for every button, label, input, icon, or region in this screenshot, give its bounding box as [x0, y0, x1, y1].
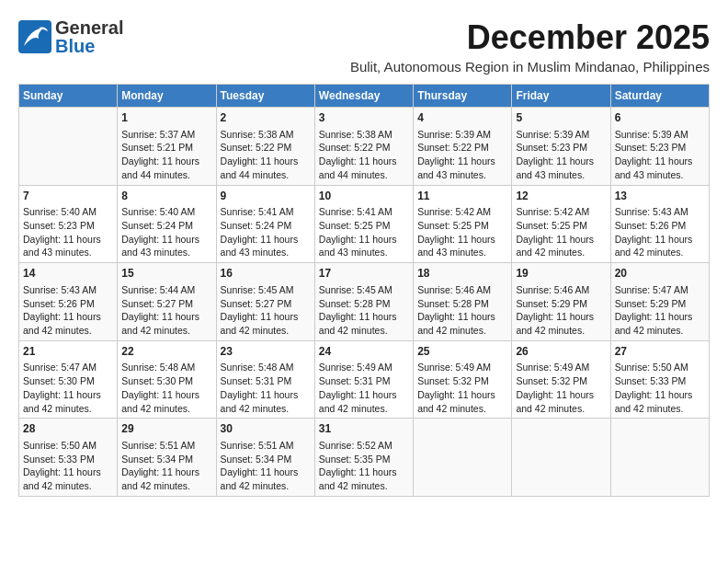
day-info: Sunrise: 5:38 AM Sunset: 5:22 PM Dayligh… [221, 128, 311, 182]
day-cell-3-7: 20Sunrise: 5:47 AM Sunset: 5:29 PM Dayli… [610, 263, 709, 341]
day-number: 26 [516, 344, 606, 360]
day-number: 4 [417, 110, 507, 126]
day-info: Sunrise: 5:46 AM Sunset: 5:29 PM Dayligh… [516, 283, 606, 338]
day-info: Sunrise: 5:49 AM Sunset: 5:32 PM Dayligh… [516, 361, 606, 415]
day-number: 1 [121, 110, 211, 126]
day-cell-3-5: 18Sunrise: 5:46 AM Sunset: 5:28 PM Dayli… [414, 263, 512, 341]
calendar-body: 1Sunrise: 5:37 AM Sunset: 5:21 PM Daylig… [19, 108, 710, 497]
calendar-table: Sunday Monday Tuesday Wednesday Thursday… [18, 84, 710, 497]
logo-blue: Blue [55, 37, 123, 55]
col-sunday: Sunday [19, 85, 118, 108]
day-info: Sunrise: 5:51 AM Sunset: 5:34 PM Dayligh… [121, 439, 211, 493]
day-number: 16 [221, 266, 311, 282]
day-info: Sunrise: 5:49 AM Sunset: 5:31 PM Dayligh… [319, 361, 409, 415]
col-tuesday: Tuesday [216, 85, 314, 108]
day-info: Sunrise: 5:40 AM Sunset: 5:23 PM Dayligh… [23, 205, 113, 259]
day-info: Sunrise: 5:42 AM Sunset: 5:25 PM Dayligh… [417, 205, 507, 259]
day-number: 22 [121, 344, 211, 360]
day-cell-2-5: 11Sunrise: 5:42 AM Sunset: 5:25 PM Dayli… [414, 185, 512, 263]
day-number: 30 [221, 421, 311, 437]
col-monday: Monday [118, 85, 216, 108]
day-cell-1-5: 4Sunrise: 5:39 AM Sunset: 5:22 PM Daylig… [414, 108, 512, 186]
day-cell-5-7 [610, 419, 709, 497]
day-info: Sunrise: 5:37 AM Sunset: 5:21 PM Dayligh… [121, 128, 211, 182]
day-cell-1-2: 1Sunrise: 5:37 AM Sunset: 5:21 PM Daylig… [118, 108, 216, 186]
week-row-1: 1Sunrise: 5:37 AM Sunset: 5:21 PM Daylig… [19, 108, 710, 186]
day-cell-2-6: 12Sunrise: 5:42 AM Sunset: 5:25 PM Dayli… [512, 185, 610, 263]
location-subtitle: Bulit, Autonomous Region in Muslim Minda… [350, 59, 710, 75]
day-cell-1-1 [19, 108, 118, 186]
day-number: 8 [121, 189, 211, 204]
day-cell-5-5 [414, 419, 512, 497]
day-cell-2-7: 13Sunrise: 5:43 AM Sunset: 5:26 PM Dayli… [610, 185, 709, 263]
day-number: 9 [221, 189, 311, 204]
week-row-3: 14Sunrise: 5:43 AM Sunset: 5:26 PM Dayli… [19, 263, 710, 341]
day-info: Sunrise: 5:38 AM Sunset: 5:22 PM Dayligh… [319, 128, 409, 182]
col-wednesday: Wednesday [314, 85, 413, 108]
day-number: 24 [319, 344, 409, 360]
day-cell-4-3: 23Sunrise: 5:48 AM Sunset: 5:31 PM Dayli… [216, 340, 314, 419]
day-number: 21 [23, 344, 113, 360]
day-cell-3-1: 14Sunrise: 5:43 AM Sunset: 5:26 PM Dayli… [19, 263, 118, 341]
day-info: Sunrise: 5:40 AM Sunset: 5:24 PM Dayligh… [121, 205, 211, 259]
day-cell-2-2: 8Sunrise: 5:40 AM Sunset: 5:24 PM Daylig… [118, 185, 216, 263]
day-cell-5-3: 30Sunrise: 5:51 AM Sunset: 5:34 PM Dayli… [216, 419, 314, 497]
day-info: Sunrise: 5:43 AM Sunset: 5:26 PM Dayligh… [23, 283, 113, 338]
day-cell-3-2: 15Sunrise: 5:44 AM Sunset: 5:27 PM Dayli… [118, 263, 216, 341]
day-number: 7 [23, 189, 113, 204]
day-info: Sunrise: 5:48 AM Sunset: 5:31 PM Dayligh… [221, 361, 311, 415]
day-cell-4-2: 22Sunrise: 5:48 AM Sunset: 5:30 PM Dayli… [118, 340, 216, 419]
day-cell-4-7: 27Sunrise: 5:50 AM Sunset: 5:33 PM Dayli… [610, 340, 709, 419]
day-number: 14 [23, 266, 113, 282]
day-number: 12 [516, 189, 606, 204]
day-number: 27 [615, 344, 705, 360]
day-cell-3-6: 19Sunrise: 5:46 AM Sunset: 5:29 PM Dayli… [512, 263, 610, 341]
week-row-5: 28Sunrise: 5:50 AM Sunset: 5:33 PM Dayli… [19, 419, 710, 497]
day-info: Sunrise: 5:41 AM Sunset: 5:24 PM Dayligh… [221, 205, 311, 259]
day-info: Sunrise: 5:39 AM Sunset: 5:23 PM Dayligh… [516, 128, 606, 182]
day-info: Sunrise: 5:51 AM Sunset: 5:34 PM Dayligh… [221, 439, 311, 493]
day-number: 20 [615, 266, 705, 282]
col-saturday: Saturday [610, 85, 709, 108]
day-number: 13 [615, 189, 705, 204]
day-cell-1-6: 5Sunrise: 5:39 AM Sunset: 5:23 PM Daylig… [512, 108, 610, 186]
day-cell-5-4: 31Sunrise: 5:52 AM Sunset: 5:35 PM Dayli… [314, 419, 413, 497]
col-thursday: Thursday [414, 85, 512, 108]
day-cell-2-1: 7Sunrise: 5:40 AM Sunset: 5:23 PM Daylig… [19, 185, 118, 263]
day-info: Sunrise: 5:39 AM Sunset: 5:23 PM Dayligh… [615, 128, 705, 182]
day-cell-2-3: 9Sunrise: 5:41 AM Sunset: 5:24 PM Daylig… [216, 185, 314, 263]
day-number: 11 [417, 189, 507, 204]
logo-text: General Blue [55, 18, 123, 55]
day-cell-2-4: 10Sunrise: 5:41 AM Sunset: 5:25 PM Dayli… [314, 185, 413, 263]
day-cell-4-6: 26Sunrise: 5:49 AM Sunset: 5:32 PM Dayli… [512, 340, 610, 419]
day-number: 28 [23, 421, 113, 437]
page-header: General Blue December 2025 Bulit, Autono… [18, 18, 710, 75]
day-info: Sunrise: 5:49 AM Sunset: 5:32 PM Dayligh… [417, 361, 507, 415]
day-number: 25 [417, 344, 507, 360]
logo: General Blue [18, 18, 123, 55]
month-title: December 2025 [350, 18, 710, 57]
day-info: Sunrise: 5:41 AM Sunset: 5:25 PM Dayligh… [319, 205, 409, 259]
day-info: Sunrise: 5:47 AM Sunset: 5:30 PM Dayligh… [23, 361, 113, 415]
day-number: 15 [121, 266, 211, 282]
day-cell-3-4: 17Sunrise: 5:45 AM Sunset: 5:28 PM Dayli… [314, 263, 413, 341]
day-number: 31 [319, 421, 409, 437]
logo-icon [18, 20, 51, 53]
header-row: Sunday Monday Tuesday Wednesday Thursday… [19, 85, 710, 108]
day-cell-4-4: 24Sunrise: 5:49 AM Sunset: 5:31 PM Dayli… [314, 340, 413, 419]
day-cell-5-1: 28Sunrise: 5:50 AM Sunset: 5:33 PM Dayli… [19, 419, 118, 497]
day-number: 19 [516, 266, 606, 282]
day-info: Sunrise: 5:48 AM Sunset: 5:30 PM Dayligh… [121, 361, 211, 415]
logo-general: General [55, 18, 123, 37]
day-info: Sunrise: 5:47 AM Sunset: 5:29 PM Dayligh… [615, 283, 705, 338]
day-cell-1-7: 6Sunrise: 5:39 AM Sunset: 5:23 PM Daylig… [610, 108, 709, 186]
day-number: 17 [319, 266, 409, 282]
col-friday: Friday [512, 85, 610, 108]
day-cell-1-4: 3Sunrise: 5:38 AM Sunset: 5:22 PM Daylig… [314, 108, 413, 186]
day-cell-5-6 [512, 419, 610, 497]
day-info: Sunrise: 5:52 AM Sunset: 5:35 PM Dayligh… [319, 439, 409, 493]
week-row-2: 7Sunrise: 5:40 AM Sunset: 5:23 PM Daylig… [19, 185, 710, 263]
day-number: 10 [319, 189, 409, 204]
day-cell-5-2: 29Sunrise: 5:51 AM Sunset: 5:34 PM Dayli… [118, 419, 216, 497]
day-cell-3-3: 16Sunrise: 5:45 AM Sunset: 5:27 PM Dayli… [216, 263, 314, 341]
